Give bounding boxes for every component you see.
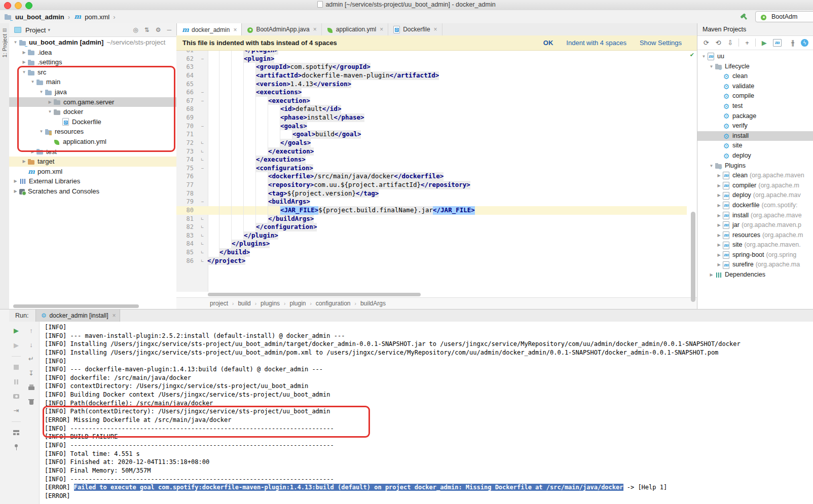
close-tab-icon[interactable]: × bbox=[313, 26, 317, 33]
fold-marker-icon[interactable]: ∟ bbox=[198, 223, 207, 231]
close-icon[interactable]: × bbox=[112, 312, 116, 319]
reimport-all-icon[interactable]: ⟳ bbox=[703, 39, 710, 47]
code-line-62[interactable]: 62−<plugin> bbox=[176, 55, 687, 63]
chevron-collapsed-icon[interactable]: ▶ bbox=[47, 97, 53, 107]
xml-breadcrumb-buildargs[interactable]: buildArgs bbox=[360, 300, 386, 307]
fold-marker-icon[interactable]: ∟ bbox=[198, 215, 207, 223]
chevron-expanded-icon[interactable]: ▼ bbox=[38, 127, 45, 137]
chevron-collapsed-icon[interactable]: ▶ bbox=[716, 220, 722, 230]
banner-action-indent-with-4-spaces[interactable]: Indent with 4 spaces bbox=[566, 39, 626, 47]
chevron-collapsed-icon[interactable]: ▶ bbox=[716, 230, 722, 241]
execute-maven-goal-icon[interactable]: ϟ bbox=[801, 39, 808, 47]
fold-marker-icon[interactable]: ∟ bbox=[198, 240, 207, 248]
code-viewport[interactable]: 61</plugin>62−<plugin>63<groupId>com.spo… bbox=[176, 50, 687, 292]
xml-breadcrumb-build[interactable]: build bbox=[238, 300, 250, 307]
clear-all-icon[interactable] bbox=[27, 398, 35, 406]
console-output[interactable]: [INFO][INFO] --- maven-install-plugin:2.… bbox=[40, 322, 813, 504]
project-horizontal-scrollbar[interactable] bbox=[13, 304, 139, 308]
chevron-collapsed-icon[interactable]: ▶ bbox=[21, 157, 27, 167]
editor-vertical-scrollbar[interactable] bbox=[691, 212, 695, 302]
xml-breadcrumb-project[interactable]: project bbox=[210, 300, 228, 307]
code-line-61[interactable]: 61</plugin> bbox=[176, 50, 687, 55]
chevron-collapsed-icon[interactable]: ▶ bbox=[716, 211, 722, 221]
stop-icon[interactable] bbox=[14, 365, 19, 370]
code-line-69[interactable]: 69<phase>install</phase> bbox=[176, 113, 687, 122]
settings-gear-icon[interactable]: ⚙ bbox=[156, 26, 161, 33]
project-item-resources[interactable]: ▼resources bbox=[9, 127, 176, 137]
soft-wrap-icon[interactable]: ↵ bbox=[27, 355, 35, 363]
chevron-expanded-icon[interactable]: ▼ bbox=[38, 87, 45, 97]
chevron-expanded-icon[interactable]: ▼ bbox=[21, 67, 27, 77]
maven-item-compiler[interactable]: ▶mcompiler(org.apache.m bbox=[697, 181, 813, 191]
print-icon[interactable] bbox=[27, 383, 35, 392]
maven-item-deploy[interactable]: ⚙deploy bbox=[697, 151, 813, 161]
project-item-settings[interactable]: ▶.settings bbox=[9, 57, 176, 67]
chevron-collapsed-icon[interactable]: ▶ bbox=[21, 57, 27, 67]
breadcrumb-item-uu-boot-admin[interactable]: uu_boot_admin bbox=[4, 13, 64, 21]
code-line-63[interactable]: 63<groupId>com.spotify</groupId> bbox=[176, 63, 687, 71]
chevron-expanded-icon[interactable]: ▼ bbox=[12, 37, 19, 48]
chevron-collapsed-icon[interactable]: ▶ bbox=[21, 48, 27, 58]
code-line-71[interactable]: 71<goal>build</goal> bbox=[176, 130, 687, 139]
code-line-70[interactable]: 70−<goals> bbox=[176, 122, 687, 131]
maven-item-jar[interactable]: ▶mjar(org.apache.maven.p bbox=[697, 220, 813, 230]
project-item-idea[interactable]: ▶.idea bbox=[9, 48, 176, 58]
maven-item-install[interactable]: ▶minstall(org.apache.mave bbox=[697, 211, 813, 221]
chevron-collapsed-icon[interactable]: ▶ bbox=[716, 181, 722, 191]
maven-item-clean[interactable]: ⚙clean bbox=[697, 71, 813, 82]
maven-item-site[interactable]: ▶msite(org.apache.maven. bbox=[697, 240, 813, 250]
chevron-collapsed-icon[interactable]: ▶ bbox=[716, 240, 722, 250]
maven-item-deploy[interactable]: ▶mdeploy(org.apache.mav bbox=[697, 190, 813, 201]
chevron-collapsed-icon[interactable]: ▶ bbox=[708, 270, 715, 280]
project-item-application-yml[interactable]: application.yml bbox=[9, 137, 176, 147]
fold-marker-icon[interactable]: − bbox=[198, 55, 207, 63]
code-line-76[interactable]: 76<dockerfile>/src/main/java/docker</doc… bbox=[176, 172, 687, 181]
code-line-74[interactable]: 74∟</executions> bbox=[176, 156, 687, 164]
layout-icon[interactable] bbox=[12, 429, 20, 437]
project-item-scratches-and-consoles[interactable]: ▶Scratches and Consoles bbox=[9, 186, 176, 197]
close-tab-icon[interactable]: × bbox=[380, 26, 383, 33]
rerun-icon[interactable]: ▶ bbox=[12, 327, 20, 335]
skip-tests-icon[interactable]: ∥ bbox=[789, 39, 797, 47]
xml-breadcrumb-configuration[interactable]: configuration bbox=[316, 300, 351, 307]
run-tab-docker-admin-install[interactable]: ⚙ docker_admin [install] × bbox=[35, 309, 120, 322]
code-line-79[interactable]: 79−<buildArgs> bbox=[176, 198, 687, 206]
fold-marker-icon[interactable]: ∟ bbox=[198, 147, 207, 156]
maven-item-plugins[interactable]: ▼⚙Plugins bbox=[697, 161, 813, 171]
chevron-expanded-icon[interactable]: ▼ bbox=[708, 62, 715, 72]
fold-marker-icon[interactable]: − bbox=[198, 198, 207, 206]
maven-item-verify[interactable]: ⚙verify bbox=[697, 121, 813, 131]
maven-item-package[interactable]: ⚙package bbox=[697, 111, 813, 122]
code-line-80[interactable]: 80<JAR_FILE>${project.build.finalName}.j… bbox=[176, 206, 687, 215]
maven-item-validate[interactable]: ⚙validate bbox=[697, 82, 813, 92]
download-sources-icon[interactable]: ⇩ bbox=[726, 39, 734, 47]
fold-marker-icon[interactable]: ∟ bbox=[198, 139, 207, 147]
code-line-83[interactable]: 83∟</plugin> bbox=[176, 231, 687, 240]
fold-marker-icon[interactable]: − bbox=[198, 97, 207, 105]
chevron-expanded-icon[interactable]: ▼ bbox=[29, 77, 36, 87]
chevron-expanded-icon[interactable]: ▼ bbox=[700, 52, 707, 62]
collapse-all-icon[interactable]: ⇅ bbox=[144, 26, 150, 33]
exit-console-icon[interactable]: ⇥ bbox=[12, 407, 20, 415]
chevron-collapsed-icon[interactable]: ▶ bbox=[29, 147, 36, 157]
banner-action-ok[interactable]: OK bbox=[543, 39, 553, 47]
banner-action-show-settings[interactable]: Show Settings bbox=[640, 39, 682, 47]
rerun-failed-icon[interactable]: ▶ bbox=[12, 341, 20, 350]
fold-marker-icon[interactable]: ∟ bbox=[198, 231, 207, 240]
editor-tab-docker-admin[interactable]: mdocker_admin× bbox=[176, 23, 242, 36]
project-item-external-libraries[interactable]: ▶External Libraries bbox=[9, 176, 176, 186]
maven-item-dependencies[interactable]: ▶Dependencies bbox=[697, 270, 813, 280]
editor-tab-dockerfile[interactable]: DDockerfile× bbox=[388, 23, 442, 35]
xml-breadcrumb-plugins[interactable]: plugins bbox=[261, 300, 280, 307]
editor-tab-bootadminapp-java[interactable]: BootAdminApp.java× bbox=[242, 23, 321, 35]
maven-item-install[interactable]: ⚙install bbox=[697, 131, 813, 141]
maven-item-compile[interactable]: ⚙compile bbox=[697, 91, 813, 101]
maven-item-clean[interactable]: ▶mclean(org.apache.maven bbox=[697, 171, 813, 181]
code-line-75[interactable]: 75−<configuration> bbox=[176, 164, 687, 173]
close-tab-icon[interactable]: × bbox=[233, 26, 237, 33]
refresh-folders-icon[interactable]: ⟲ bbox=[715, 39, 722, 47]
maven-item-surefire[interactable]: ▶msurefire(org.apache.ma bbox=[697, 260, 813, 270]
code-line-72[interactable]: 72∟</goals> bbox=[176, 139, 687, 147]
project-item-pom-xml[interactable]: mpom.xml bbox=[9, 167, 176, 177]
code-line-67[interactable]: 67−<execution> bbox=[176, 97, 687, 105]
